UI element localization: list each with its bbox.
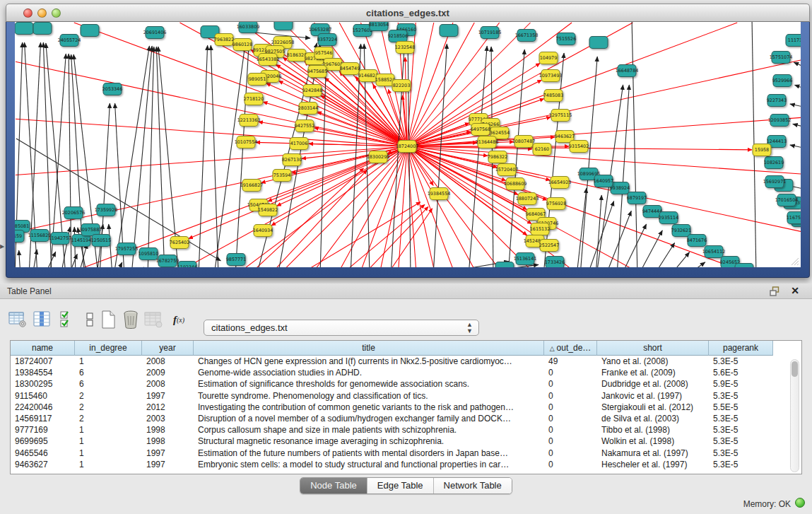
graph-edge[interactable] bbox=[617, 85, 629, 267]
graph-node[interactable]: 20206576 bbox=[62, 207, 86, 219]
graph-node[interactable]: 15720407 bbox=[495, 164, 519, 176]
memory-status-indicator[interactable] bbox=[795, 498, 805, 508]
graph-node[interactable] bbox=[589, 37, 608, 49]
graph-edge[interactable] bbox=[790, 104, 801, 107]
graph-node[interactable]: 417006 bbox=[290, 138, 308, 150]
graph-edge[interactable] bbox=[199, 45, 208, 267]
graph-node[interactable]: 2803144 bbox=[298, 103, 318, 115]
graph-node[interactable]: 2935114 bbox=[659, 212, 678, 224]
table-row[interactable]: 1872400712008Changes of HCN gene express… bbox=[11, 356, 801, 367]
graph-node[interactable]: 8813054 bbox=[369, 22, 389, 31]
graph-edge[interactable] bbox=[790, 145, 801, 148]
graph-edge[interactable] bbox=[45, 252, 56, 267]
graph-node[interactable]: 15751074 bbox=[770, 52, 793, 64]
graph-edge[interactable] bbox=[398, 146, 407, 267]
graph-node[interactable]: 18807243 bbox=[516, 193, 539, 205]
function-builder-icon[interactable]: f(x) bbox=[168, 309, 189, 330]
graph-edge[interactable] bbox=[16, 139, 220, 261]
graph-edge[interactable] bbox=[266, 83, 407, 146]
graph-node[interactable]: 6497568 bbox=[471, 124, 490, 136]
graph-node[interactable]: 62160 bbox=[533, 144, 551, 156]
graph-edge[interactable] bbox=[19, 250, 20, 267]
table-row[interactable]: 1938455462009Genome-wide association stu… bbox=[11, 367, 801, 378]
graph-edge[interactable] bbox=[469, 46, 487, 267]
graph-node[interactable]: 2718120 bbox=[244, 93, 264, 105]
graph-edge[interactable] bbox=[793, 124, 801, 127]
graph-edge[interactable] bbox=[278, 81, 407, 146]
graph-node[interactable]: 10973493 bbox=[539, 70, 563, 82]
graph-node[interactable]: 39159 bbox=[15, 230, 24, 243]
graph-node[interactable]: 17957255 bbox=[115, 243, 139, 255]
graph-edge[interactable] bbox=[16, 146, 407, 175]
graph-node[interactable]: 9756928 bbox=[546, 198, 566, 210]
graph-node[interactable] bbox=[440, 25, 458, 37]
graph-node[interactable]: 16782759 bbox=[156, 255, 180, 267]
graph-node[interactable]: 7986322 bbox=[488, 151, 507, 163]
graph-edge[interactable] bbox=[116, 262, 122, 267]
float-window-icon[interactable] bbox=[770, 286, 781, 296]
close-icon[interactable]: ✕ bbox=[791, 285, 799, 296]
tab-node-table[interactable]: Node Table bbox=[300, 478, 367, 493]
resize-grip[interactable] bbox=[789, 256, 799, 266]
graph-node[interactable]: 18724007 bbox=[396, 141, 419, 153]
graph-node[interactable] bbox=[15, 23, 33, 35]
graph-node[interactable]: 7932621 bbox=[671, 225, 691, 237]
graph-node[interactable]: 7515526 bbox=[556, 33, 576, 45]
graph-node[interactable]: 1250515 bbox=[91, 235, 111, 247]
delete-table-icon[interactable] bbox=[120, 309, 141, 330]
table-row[interactable]: 911546021997Tourette syndrome. Phenomeno… bbox=[11, 390, 801, 402]
graph-node[interactable]: 1615132 bbox=[530, 223, 550, 235]
graph-edge[interactable] bbox=[596, 195, 601, 267]
graph-node[interactable]: 1192346 bbox=[177, 262, 197, 268]
graph-node[interactable]: 8357224 bbox=[317, 34, 337, 46]
graph-edge[interactable] bbox=[16, 119, 407, 146]
graph-node[interactable]: 957546 bbox=[314, 47, 333, 59]
column-header-short[interactable]: short bbox=[597, 341, 709, 356]
graph-node[interactable]: 104979 bbox=[539, 52, 558, 64]
graph-edge[interactable] bbox=[16, 146, 407, 232]
graph-node[interactable]: 7485083 bbox=[543, 90, 563, 102]
graph-edge[interactable] bbox=[235, 41, 249, 267]
graph-node[interactable]: 19384554 bbox=[428, 188, 451, 200]
graph-node[interactable]: 11173 bbox=[786, 35, 801, 47]
table-row[interactable]: 969969511998Structural magnetic resonanc… bbox=[11, 436, 801, 447]
column-header-in_degree[interactable]: in_degree bbox=[75, 341, 142, 356]
column-header-out_de[interactable]: △out_de… bbox=[544, 341, 597, 356]
graph-node[interactable]: 8454749 bbox=[340, 63, 360, 75]
graph-node[interactable]: 1167533 bbox=[787, 212, 801, 224]
graph-node[interactable]: 10654112 bbox=[702, 246, 726, 258]
column-header-title[interactable]: title bbox=[194, 341, 544, 356]
graph-edge[interactable] bbox=[407, 146, 642, 267]
table-row[interactable]: 1830029562008Estimation of significance … bbox=[11, 378, 801, 390]
graph-edge[interactable] bbox=[114, 46, 149, 267]
graph-node[interactable]: 15692971 bbox=[763, 176, 787, 188]
graph-node[interactable]: 16671358 bbox=[515, 30, 539, 42]
graph-node[interactable]: 9860128 bbox=[233, 39, 252, 51]
graph-node[interactable] bbox=[274, 22, 293, 30]
table-row[interactable]: 2242004622012Investigating the contribut… bbox=[11, 402, 801, 413]
graph-node[interactable]: 20691406 bbox=[143, 27, 167, 39]
graph-edge[interactable] bbox=[214, 40, 246, 267]
column-header-year[interactable]: year bbox=[142, 341, 194, 356]
table-row[interactable]: 946362711997Embryonic stem cells: a mode… bbox=[11, 459, 801, 470]
graph-node[interactable]: 10107554 bbox=[235, 136, 258, 148]
graph-edge[interactable] bbox=[508, 49, 524, 267]
graph-node[interactable]: 16648784 bbox=[616, 65, 639, 77]
column-header-name[interactable]: name bbox=[11, 341, 75, 356]
graph-node[interactable]: 15958 bbox=[753, 144, 771, 156]
graph-edge[interactable] bbox=[407, 117, 801, 146]
table-settings-icon[interactable] bbox=[7, 309, 28, 330]
graph-node[interactable]: 822203 bbox=[392, 80, 411, 92]
graph-edge[interactable] bbox=[363, 206, 428, 267]
graph-node[interactable] bbox=[495, 262, 514, 268]
graph-node[interactable] bbox=[33, 23, 52, 35]
table-selector-dropdown[interactable]: citations_edges.txt ▲▼ bbox=[204, 320, 479, 336]
table-row[interactable]: 1456911722003Disruption of a novel membe… bbox=[11, 413, 801, 424]
panel-collapse-arrow-icon[interactable]: ▶ bbox=[0, 243, 4, 250]
graph-node[interactable] bbox=[735, 264, 753, 268]
graph-node[interactable]: 1733426 bbox=[545, 257, 565, 268]
graph-node[interactable]: 2522547 bbox=[539, 240, 559, 252]
graph-node[interactable]: 7963822 bbox=[214, 34, 234, 46]
graph-node[interactable]: 12975115 bbox=[549, 110, 572, 122]
graph-node[interactable]: 12093852 bbox=[768, 115, 792, 127]
